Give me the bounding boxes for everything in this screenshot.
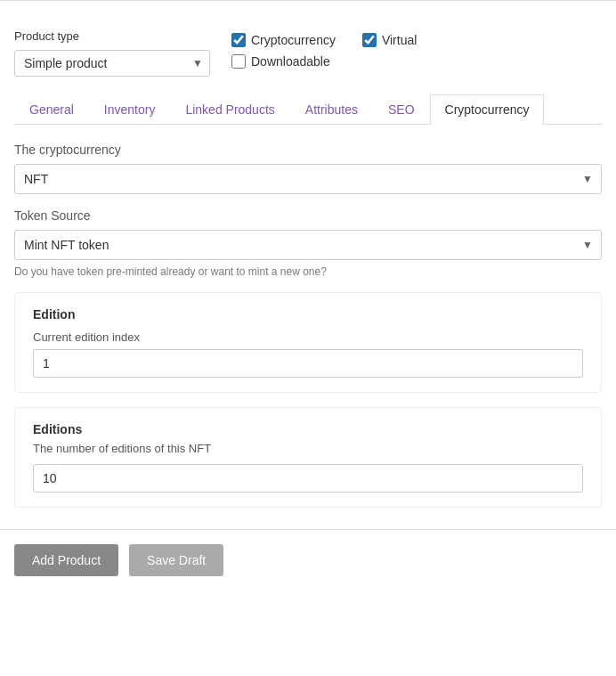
token-source-hint: Do you have token pre-minted already or … <box>14 265 602 278</box>
editions-title: Editions <box>33 422 583 436</box>
virtual-checkbox[interactable] <box>362 33 377 47</box>
crypto-select-wrapper: NFT ▼ <box>14 164 602 194</box>
product-type-label: Product type <box>14 29 210 43</box>
crypto-select[interactable]: NFT <box>14 164 602 194</box>
save-draft-button[interactable]: Save Draft <box>129 544 223 576</box>
footer-bar: Add Product Save Draft <box>0 529 616 590</box>
product-type-section: Product type Simple product ▼ Cryptocurr… <box>14 29 602 77</box>
downloadable-checkbox[interactable] <box>231 54 246 69</box>
tab-attributes[interactable]: Attributes <box>290 94 373 124</box>
add-product-button[interactable]: Add Product <box>14 544 118 576</box>
tab-cryptocurrency[interactable]: Cryptocurrency <box>430 94 545 125</box>
virtual-checkbox-label[interactable]: Virtual <box>382 33 417 47</box>
cryptocurrency-checkbox-label[interactable]: Cryptocurrency <box>251 33 336 47</box>
edition-field-label: Current edition index <box>33 330 583 344</box>
token-source-select-wrapper: Mint NFT token ▼ <box>14 230 602 260</box>
edition-index-input[interactable] <box>33 349 583 378</box>
cryptocurrency-checkbox[interactable] <box>231 33 246 47</box>
editions-count-input[interactable] <box>33 464 583 493</box>
editions-desc: The number of editions of this NFT <box>33 442 583 455</box>
token-source-label: Token Source <box>14 208 602 223</box>
crypto-section-label: The cryptocurrency <box>14 143 602 157</box>
top-divider <box>0 0 616 1</box>
editions-box: Editions The number of editions of this … <box>14 407 602 508</box>
tabs-container: General Inventory Linked Products Attrib… <box>14 94 602 125</box>
product-type-select-wrapper: Simple product ▼ <box>14 50 210 77</box>
cryptocurrency-checkbox-row: Cryptocurrency Virtual <box>231 33 417 47</box>
downloadable-checkbox-row: Downloadable <box>231 54 417 69</box>
edition-box: Edition Current edition index <box>14 292 602 393</box>
edition-title: Edition <box>33 307 583 322</box>
downloadable-checkbox-label[interactable]: Downloadable <box>251 54 330 69</box>
tab-linked-products[interactable]: Linked Products <box>170 94 289 124</box>
product-type-group: Product type Simple product ▼ <box>14 29 210 77</box>
product-type-select[interactable]: Simple product <box>14 50 210 77</box>
token-source-select[interactable]: Mint NFT token <box>14 230 602 260</box>
tab-inventory[interactable]: Inventory <box>89 94 171 124</box>
cryptocurrency-tab-content: The cryptocurrency NFT ▼ Token Source Mi… <box>14 143 602 508</box>
tab-seo[interactable]: SEO <box>373 94 430 124</box>
tab-general[interactable]: General <box>14 94 89 124</box>
checkboxes-group: Cryptocurrency Virtual Downloadable <box>231 29 417 69</box>
